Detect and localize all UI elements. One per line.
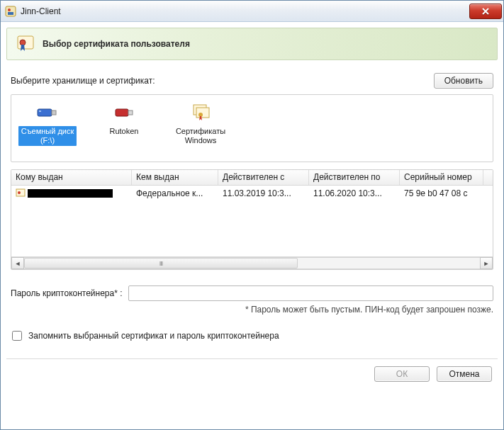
svg-point-14 xyxy=(18,191,21,194)
scroll-track[interactable]: III xyxy=(24,257,480,269)
svg-rect-2 xyxy=(8,12,13,15)
separator xyxy=(6,358,498,359)
remember-label: Запомнить выбранный сертификат и пароль … xyxy=(28,331,279,341)
password-input[interactable] xyxy=(128,285,493,301)
close-button[interactable] xyxy=(469,4,502,19)
cell-serial: 75 9e b0 47 08 c xyxy=(400,187,483,200)
cell-issued-to xyxy=(11,187,132,200)
scroll-left-button[interactable]: ◄ xyxy=(11,257,24,269)
app-icon xyxy=(5,6,16,17)
table-header: Кому выдан Кем выдан Действителен с Дейс… xyxy=(11,170,493,186)
cell-issued-by: Федеральное к... xyxy=(132,187,218,200)
storage-list-panel: Съемный диск (F:\) Rutoken xyxy=(11,94,493,162)
refresh-button[interactable]: Обновить xyxy=(434,73,493,89)
svg-rect-5 xyxy=(38,109,52,116)
storage-item-rutoken[interactable]: Rutoken xyxy=(95,102,153,137)
password-label: Пароль криптоконтейнера* : xyxy=(11,288,123,298)
storage-item-label: Rutoken xyxy=(108,126,141,137)
storage-item-windows-cert[interactable]: Сертификаты Windows xyxy=(172,102,230,146)
password-hint: * Пароль может быть пустым. ПИН-код буде… xyxy=(11,305,493,315)
remember-row[interactable]: Запомнить выбранный сертификат и пароль … xyxy=(9,329,493,343)
svg-rect-11 xyxy=(196,108,209,118)
ok-button[interactable]: ОК xyxy=(374,366,430,382)
scroll-right-button[interactable]: ► xyxy=(480,257,493,269)
cancel-button[interactable]: Отмена xyxy=(437,366,492,382)
cell-valid-from: 11.03.2019 10:3... xyxy=(218,187,309,200)
redacted-name xyxy=(28,189,113,198)
svg-rect-6 xyxy=(52,111,56,115)
dialog-footer: ОК Отмена xyxy=(6,366,498,382)
certificate-icon xyxy=(16,34,35,54)
app-window: Jinn-Client Выбор сертификата пользовате… xyxy=(0,0,504,430)
titlebar: Jinn-Client xyxy=(1,1,503,22)
remember-checkbox[interactable] xyxy=(12,331,22,341)
header-band: Выбор сертификата пользователя xyxy=(6,28,498,60)
svg-rect-7 xyxy=(39,111,41,112)
usb-drive-icon xyxy=(35,102,60,123)
page-title: Выбор сертификата пользователя xyxy=(43,39,190,49)
client-area: Выбор сертификата пользователя Выберите … xyxy=(1,22,503,429)
svg-point-4 xyxy=(20,40,26,45)
window-title: Jinn-Client xyxy=(21,6,469,16)
svg-rect-9 xyxy=(128,111,133,115)
certificate-table: Кому выдан Кем выдан Действителен с Дейс… xyxy=(11,169,493,270)
selector-label: Выберите хранилище и сертификат: xyxy=(11,76,155,86)
table-row[interactable]: Федеральное к... 11.03.2019 10:3... 11.0… xyxy=(11,186,493,201)
col-issued-to[interactable]: Кому выдан xyxy=(11,170,132,185)
cell-valid-to: 11.06.2020 10:3... xyxy=(309,187,400,200)
storage-item-label: Съемный диск (F:\) xyxy=(18,126,77,146)
close-icon xyxy=(481,8,490,15)
scroll-thumb[interactable]: III xyxy=(24,258,298,268)
windows-cert-icon xyxy=(188,102,213,123)
storage-item-label: Сертификаты Windows xyxy=(172,126,230,146)
certificate-row-icon xyxy=(16,188,26,198)
col-issued-by[interactable]: Кем выдан xyxy=(132,170,218,185)
horizontal-scrollbar[interactable]: ◄ III ► xyxy=(11,256,493,269)
col-valid-to[interactable]: Действителен по xyxy=(309,170,400,185)
svg-rect-8 xyxy=(116,109,128,116)
col-serial[interactable]: Серийный номер xyxy=(400,170,483,185)
storage-item-removable-disk[interactable]: Съемный диск (F:\) xyxy=(18,102,77,146)
rutoken-icon xyxy=(111,102,137,123)
col-valid-from[interactable]: Действителен с xyxy=(218,170,309,185)
svg-point-1 xyxy=(8,9,11,11)
